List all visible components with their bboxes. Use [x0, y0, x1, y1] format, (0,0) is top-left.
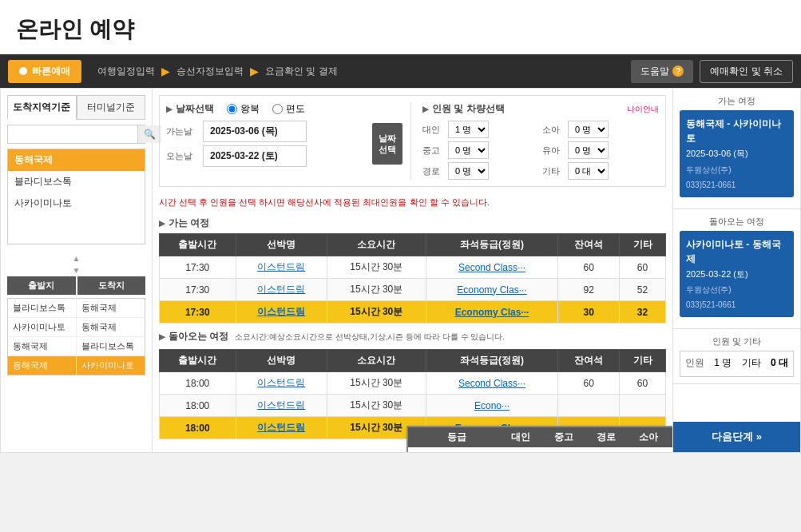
route-donghae-sakaiminato[interactable]: 동해국제 사카이미나토 — [8, 356, 145, 375]
tooltip-col-class: 등급 — [414, 431, 500, 444]
scroll-arrow-down: ▼ — [7, 264, 145, 276]
main-content: 도착지역기준 터미널기준 🔍 동해국제 블라디보스톡 사카이미나토 ▲ ▼ 출발… — [0, 88, 801, 453]
return-date-value: 2025-03-22 (토) — [203, 145, 307, 167]
route-sakaiminato-donghae[interactable]: 사카이미나토 동해국제 — [8, 318, 145, 337]
nav-step-3: 요금확인 및 결제 — [265, 65, 338, 78]
search-input[interactable] — [8, 125, 137, 143]
go-time-2: 17:30 — [160, 301, 236, 324]
go-class-link-2[interactable]: Economy Clas··· — [455, 307, 529, 318]
nav-arrow-2: ▶ — [250, 65, 259, 77]
ret-col-extra: 기타 — [620, 350, 666, 372]
pax-child-row: 소아 0 명 — [542, 121, 659, 138]
route-to-2: 블라디보스톡 — [77, 337, 145, 355]
go-ship-0: 이스턴드림 — [236, 256, 327, 279]
tooltip-col-middle: 중고 — [542, 431, 585, 444]
go-row-0[interactable]: 17:30 이스턴드림 15시간 30분 Second Class··· 60 … — [160, 256, 666, 279]
return-date-row: 오는날 2025-03-22 (토) — [166, 145, 366, 167]
pax-vehicle-select[interactable]: 0 대 — [568, 162, 609, 180]
price-tooltip: 등급 대인 중고 경로 소아 Economy Class(F) (112) 22… — [406, 426, 672, 452]
cancel-button[interactable]: 예매확인 및 취소 — [700, 60, 793, 83]
date-section-title: 날짜선택 — [166, 102, 214, 116]
pax-infant-row: 유아 0 명 — [542, 141, 659, 159]
one-way-input[interactable] — [272, 104, 283, 114]
go-row-2[interactable]: 17:30 이스턴드림 15시간 30분 Economy Clas··· 30 … — [160, 301, 666, 324]
go-col-duration: 소요시간 — [327, 234, 426, 256]
route-vladivostok-donghae[interactable]: 블라디보스톡 동해국제 — [8, 299, 145, 318]
go-col-ship: 선박명 — [236, 234, 327, 256]
ret-ship-link-1[interactable]: 이스턴드림 — [257, 399, 305, 411]
pax-child-select[interactable]: 0 명 — [568, 121, 609, 138]
ret-ship-link-0[interactable]: 이스턴드림 — [257, 377, 305, 388]
round-trip-radio[interactable]: 왕복 — [227, 102, 260, 116]
pax-summary-title: 인원 및 기타 — [680, 335, 794, 347]
ret-ship-link-2[interactable]: 이스턴드림 — [257, 422, 305, 433]
return-trip-phone: 033)521-0661 — [686, 299, 787, 311]
go-remaining-2: 30 — [558, 301, 620, 324]
pax-senior-label: 경로 — [422, 165, 445, 177]
pax-senior-row: 경로 0 명 — [422, 162, 539, 180]
go-duration-1: 15시간 30분 — [327, 279, 426, 301]
tab-arrival-based[interactable]: 도착지역기준 — [7, 95, 77, 120]
round-trip-input[interactable] — [227, 104, 237, 114]
go-class-link-0[interactable]: Second Class··· — [458, 262, 525, 273]
pax-summary-box: 인원 1 명 기타 0 대 — [680, 351, 794, 377]
go-ship-link-0[interactable]: 이스턴드림 — [257, 261, 305, 272]
port-item-donghae[interactable]: 동해국제 — [8, 149, 145, 171]
go-row-1[interactable]: 17:30 이스턴드림 15시간 30분 Economy Clas··· 92 … — [160, 279, 666, 301]
go-date-row: 가는날 2025-03-06 (목) — [166, 121, 366, 142]
pax-child-label: 소아 — [542, 124, 565, 136]
tab-terminal-based[interactable]: 터미널기준 — [77, 95, 146, 120]
scroll-arrow-up: ▲ — [7, 252, 145, 264]
pax-summary-section: 인원 및 기타 인원 1 명 기타 0 대 — [673, 329, 800, 384]
pax-grid: 대인 1 명 소아 0 명 중고 0 명 — [422, 121, 659, 180]
port-item-vladivostok[interactable]: 블라디보스톡 — [8, 171, 145, 193]
page-title: 온라인 예약 — [0, 0, 801, 54]
ret-class-1: Econo··· — [426, 395, 558, 417]
go-trip-date: 2025-03-06 (목) — [686, 147, 787, 161]
pax-infant-select[interactable]: 0 명 — [568, 141, 609, 159]
ret-class-link-0[interactable]: Second Class··· — [458, 378, 525, 389]
nav-right: 도움말 ? 예매확인 및 취소 — [631, 60, 793, 83]
tooltip-col-adult: 대인 — [500, 431, 542, 444]
ret-remaining-0: 60 — [558, 372, 620, 395]
ret-col-remaining: 잔여석 — [558, 350, 620, 372]
help-button[interactable]: 도움말 ? — [631, 60, 693, 83]
ret-col-duration: 소요시간 — [327, 350, 426, 372]
route-donghae-vladivostok[interactable]: 동해국제 블라디보스톡 — [8, 337, 145, 356]
pax-adult-select[interactable]: 1 명 — [448, 121, 489, 138]
one-way-radio[interactable]: 편도 — [272, 102, 305, 116]
ret-duration-0: 15시간 30분 — [327, 372, 426, 395]
ret-class-link-1[interactable]: Econo··· — [474, 400, 510, 411]
return-row-0[interactable]: 18:00 이스턴드림 15시간 30분 Second Class··· 60 … — [160, 372, 666, 395]
pax-middle-select[interactable]: 0 명 — [448, 141, 489, 159]
go-ship-link-2[interactable]: 이스턴드림 — [257, 306, 305, 317]
notice-text: 시간 선택 후 인원을 선택 하시면 해당선사에 적용된 최대인원을 확인 할 … — [159, 193, 666, 212]
nav-arrow-1: ▶ — [161, 65, 170, 77]
right-sidebar: 가는 여정 동해국제 - 사카이미나토 2025-03-06 (목) 두원상선(… — [672, 89, 800, 452]
pax-infant-label: 유아 — [542, 145, 565, 157]
go-class-link-1[interactable]: Economy Clas··· — [457, 284, 526, 296]
go-remaining-1: 92 — [558, 279, 620, 301]
pax-senior-select[interactable]: 0 명 — [448, 162, 489, 180]
route-from-1: 사카이미나토 — [8, 318, 77, 336]
center-panel: 날짜선택 왕복 편도 가는날 2025-03-06 (목) — [153, 89, 672, 452]
go-ship-link-1[interactable]: 이스턴드림 — [257, 284, 305, 295]
return-table-header: 출발시간 선박명 소요시간 좌석등급(정원) 잔여석 기타 — [160, 350, 666, 372]
next-step-button[interactable]: 다음단계 » — [673, 422, 800, 452]
ret-col-ship: 선박명 — [236, 350, 327, 372]
go-remaining-0: 60 — [558, 256, 620, 279]
go-class-2: Economy Clas··· — [426, 301, 558, 324]
quick-buy-label: 빠른예매 — [8, 60, 81, 83]
nav-step-2: 승선자정보입력 — [176, 65, 244, 78]
go-col-class: 좌석등급(정원) — [426, 234, 558, 256]
route-to-0: 동해국제 — [77, 299, 145, 317]
age-guide[interactable]: 나이안내 — [627, 104, 659, 115]
date-select-button[interactable]: 날짜 선택 — [372, 123, 402, 165]
go-trip-title: 가는 여정 — [680, 95, 794, 107]
route-from-0: 블라디보스톡 — [8, 299, 77, 317]
quick-buy-dot — [19, 67, 27, 75]
quick-buy-text: 빠른예매 — [32, 65, 70, 78]
port-list: 동해국제 블라디보스톡 사카이미나토 — [7, 149, 145, 244]
port-item-sakaiminato[interactable]: 사카이미나토 — [8, 193, 145, 214]
return-row-1[interactable]: 18:00 이스턴드림 15시간 30분 Econo··· — [160, 395, 666, 417]
